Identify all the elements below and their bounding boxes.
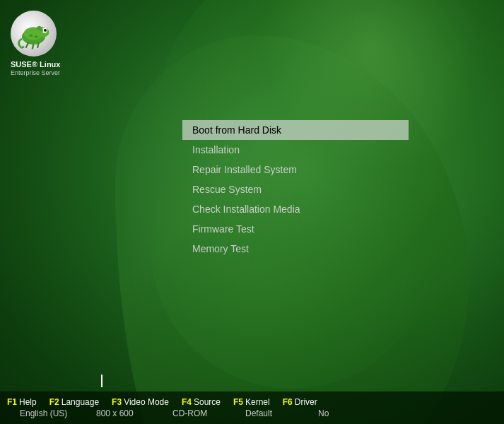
cursor bbox=[101, 375, 102, 387]
bottom-values-row: English (US)800 x 600CD-ROMDefaultNo bbox=[7, 408, 497, 418]
menu-item-rescue-system[interactable]: Rescue System bbox=[182, 179, 409, 199]
chameleon-icon bbox=[14, 14, 53, 53]
fn-value-2: 800 x 600 bbox=[96, 408, 160, 418]
fn-value-3: CD-ROM bbox=[172, 408, 233, 418]
suse-brand: SUSE® Linux bbox=[11, 60, 60, 69]
svg-line-6 bbox=[33, 44, 34, 49]
fn-label-f6: Driver bbox=[295, 397, 317, 407]
fn-label-f1: Help bbox=[19, 397, 37, 407]
fn-group-f6[interactable]: F6 Driver bbox=[283, 397, 317, 407]
fn-value-5: No bbox=[318, 408, 361, 418]
fn-key-f4: F4 bbox=[182, 397, 192, 407]
bottom-bar: F1 HelpF2 LanguageF3 Video ModeF4 Source… bbox=[0, 391, 504, 424]
fn-group-f3[interactable]: F3 Video Mode bbox=[112, 397, 169, 407]
menu-item-repair-installed-system[interactable]: Repair Installed System bbox=[182, 160, 409, 179]
suse-logo bbox=[11, 11, 57, 57]
fn-label-f3: Video Mode bbox=[124, 397, 169, 407]
boot-menu: Boot from Hard DiskInstallationRepair In… bbox=[182, 120, 409, 259]
menu-item-boot-hard-disk[interactable]: Boot from Hard Disk bbox=[182, 120, 409, 140]
fn-key-f6: F6 bbox=[283, 397, 293, 407]
menu-item-memory-test[interactable]: Memory Test bbox=[182, 239, 409, 259]
fn-label-f2: Language bbox=[61, 397, 99, 407]
fn-group-f1[interactable]: F1 Help bbox=[7, 397, 37, 407]
fn-group-f2[interactable]: F2 Language bbox=[49, 397, 99, 407]
menu-item-firmware-test[interactable]: Firmware Test bbox=[182, 219, 409, 239]
menu-item-check-installation-media[interactable]: Check Installation Media bbox=[182, 199, 409, 219]
fn-key-f2: F2 bbox=[49, 397, 59, 407]
svg-point-8 bbox=[29, 34, 33, 37]
logo-text: SUSE® Linux Enterprise Server bbox=[11, 60, 60, 77]
fn-value-4: Default bbox=[245, 408, 305, 418]
fn-value-1: English (US) bbox=[20, 408, 83, 418]
fn-key-f5: F5 bbox=[233, 397, 243, 407]
fn-label-f5: Kernel bbox=[245, 397, 270, 407]
fn-group-f4[interactable]: F4 Source bbox=[182, 397, 221, 407]
logo-area: SUSE® Linux Enterprise Server bbox=[11, 11, 60, 77]
fn-key-f3: F3 bbox=[112, 397, 122, 407]
menu-item-installation[interactable]: Installation bbox=[182, 140, 409, 160]
svg-point-9 bbox=[34, 35, 38, 38]
suse-product: Enterprise Server bbox=[11, 69, 60, 77]
svg-point-4 bbox=[44, 29, 47, 32]
fn-label-f4: Source bbox=[194, 397, 221, 407]
bottom-keys-row: F1 HelpF2 LanguageF3 Video ModeF4 Source… bbox=[7, 397, 497, 407]
fn-group-f5[interactable]: F5 Kernel bbox=[233, 397, 270, 407]
fn-key-f1: F1 bbox=[7, 397, 17, 407]
svg-line-5 bbox=[26, 42, 29, 47]
